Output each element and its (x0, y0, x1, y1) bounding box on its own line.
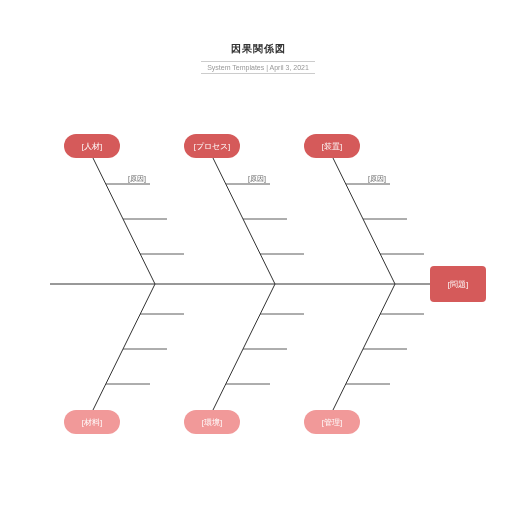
svg-line-6 (332, 284, 395, 412)
category-label: [環境] (202, 417, 222, 428)
svg-line-5 (212, 284, 275, 412)
problem-label: [問題] (448, 279, 468, 290)
category-label: [人材] (82, 141, 102, 152)
category-label: [管理] (322, 417, 342, 428)
diagram-subtitle: System Templates | April 3, 2021 (201, 61, 315, 74)
fishbone-diagram: [人材] [プロセス] [装置] [材料] [環境] [管理] [問題] [原因… (0, 94, 516, 474)
cause-label: [原因] (128, 174, 146, 184)
category-label: [材料] (82, 417, 102, 428)
problem-node[interactable]: [問題] (430, 266, 486, 302)
category-process[interactable]: [プロセス] (184, 134, 240, 158)
cause-label: [原因] (248, 174, 266, 184)
svg-line-4 (92, 284, 155, 412)
category-equipment[interactable]: [装置] (304, 134, 360, 158)
category-personnel[interactable]: [人材] (64, 134, 120, 158)
category-environment[interactable]: [環境] (184, 410, 240, 434)
category-label: [プロセス] (194, 141, 230, 152)
category-management[interactable]: [管理] (304, 410, 360, 434)
category-material[interactable]: [材料] (64, 410, 120, 434)
diagram-title: 因果関係図 (0, 42, 516, 56)
diagram-header: 因果関係図 System Templates | April 3, 2021 (0, 0, 516, 74)
category-label: [装置] (322, 141, 342, 152)
cause-label: [原因] (368, 174, 386, 184)
